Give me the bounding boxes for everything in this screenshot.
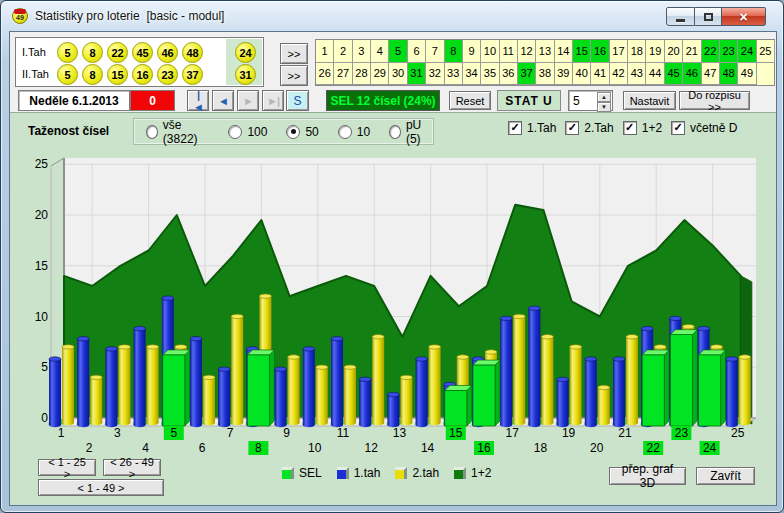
x-tick-label-12: 12 bbox=[365, 441, 379, 455]
transfer-row1-button[interactable]: >> bbox=[280, 43, 308, 64]
legend-item-12: 1+2 bbox=[454, 466, 491, 480]
grid-number-21[interactable]: 21 bbox=[683, 40, 701, 63]
grid-number-33[interactable]: 33 bbox=[445, 63, 463, 86]
x-tick-label-17: 17 bbox=[506, 426, 520, 440]
legend-item-sel: SEL bbox=[282, 466, 322, 480]
nastavit-button[interactable]: Nastavit bbox=[623, 91, 676, 110]
do-rozpisu-button[interactable]: Do rozpisu >> bbox=[679, 91, 750, 110]
grid-number-36[interactable]: 36 bbox=[500, 63, 518, 86]
y-tick-label: 0 bbox=[41, 411, 48, 425]
title-bar[interactable]: 49 Statistiky pro loterie [basic - modul… bbox=[1, 1, 783, 30]
grid-number-37[interactable]: 37 bbox=[518, 63, 536, 86]
grid-number-40[interactable]: 40 bbox=[573, 63, 591, 86]
grid-number-28[interactable]: 28 bbox=[353, 63, 371, 86]
grid-number-47[interactable]: 47 bbox=[702, 63, 720, 86]
grid-number-9[interactable]: 9 bbox=[463, 40, 481, 63]
close-button[interactable]: × bbox=[722, 7, 766, 26]
radio-option-0[interactable]: vše (3822) bbox=[146, 118, 209, 146]
grid-number-25[interactable]: 25 bbox=[757, 40, 775, 63]
grid-number-23[interactable]: 23 bbox=[720, 40, 738, 63]
radio-option-4[interactable]: pU (5) bbox=[389, 118, 433, 146]
grid-number-39[interactable]: 39 bbox=[555, 63, 573, 86]
radio-option-2[interactable]: 50 bbox=[286, 125, 318, 139]
legend-swatch-icon bbox=[282, 467, 294, 479]
legend-label: SEL bbox=[299, 466, 322, 480]
grid-number-22[interactable]: 22 bbox=[702, 40, 720, 63]
grid-number-26[interactable]: 26 bbox=[316, 63, 334, 86]
minimize-button[interactable] bbox=[666, 7, 695, 26]
nav-prev-icon: ◄ bbox=[218, 95, 228, 107]
transfer-row2-button[interactable]: >> bbox=[280, 65, 308, 86]
range-1-49-button[interactable]: < 1 - 49 > bbox=[38, 479, 164, 496]
grid-number-14[interactable]: 14 bbox=[555, 40, 573, 63]
toggle-3d-chart-button[interactable]: přep. graf 3D bbox=[609, 467, 686, 485]
client-area: I.Tah582245464824II.Tah581516233731 >> >… bbox=[9, 31, 777, 506]
s-button[interactable]: S bbox=[286, 90, 309, 111]
reset-button[interactable]: Reset bbox=[449, 91, 491, 110]
grid-number-12[interactable]: 12 bbox=[518, 40, 536, 63]
radio-option-3[interactable]: 10 bbox=[338, 125, 370, 139]
checkbox-option-2[interactable]: ✓1+2 bbox=[623, 121, 662, 135]
grid-number-1[interactable]: 1 bbox=[316, 40, 334, 63]
drawn-number-ball: 5 bbox=[57, 64, 78, 85]
grid-number-5[interactable]: 5 bbox=[389, 40, 407, 63]
x-tick-label-1: 1 bbox=[58, 426, 65, 440]
x-tick-label-13: 13 bbox=[393, 426, 407, 440]
grid-number-19[interactable]: 19 bbox=[646, 40, 664, 63]
tazenost-label: Taženost čísel bbox=[28, 124, 109, 138]
grid-number-27[interactable]: 27 bbox=[334, 63, 352, 86]
nav-first-icon: |◄ bbox=[193, 89, 203, 113]
nav-prev-button[interactable]: ◄ bbox=[212, 90, 234, 111]
grid-number-24[interactable]: 24 bbox=[738, 40, 756, 63]
radio-option-1[interactable]: 100 bbox=[228, 125, 267, 139]
grid-number-11[interactable]: 11 bbox=[500, 40, 518, 63]
grid-number-8[interactable]: 8 bbox=[445, 40, 463, 63]
grid-number-42[interactable]: 42 bbox=[610, 63, 628, 86]
grid-number-38[interactable]: 38 bbox=[536, 63, 554, 86]
range-26-49-button[interactable]: < 26 - 49 > bbox=[103, 459, 161, 476]
grid-number-17[interactable]: 17 bbox=[610, 40, 628, 63]
checkbox-option-1[interactable]: ✓2.Tah bbox=[565, 121, 613, 135]
minimize-icon bbox=[676, 19, 685, 22]
grid-number-34[interactable]: 34 bbox=[463, 63, 481, 86]
grid-number-43[interactable]: 43 bbox=[628, 63, 646, 86]
nav-last-button[interactable]: ►| bbox=[262, 90, 284, 111]
grid-number-29[interactable]: 29 bbox=[371, 63, 389, 86]
grid-number-48[interactable]: 48 bbox=[720, 63, 738, 86]
grid-number-49[interactable]: 49 bbox=[738, 63, 756, 86]
grid-number-35[interactable]: 35 bbox=[481, 63, 499, 86]
nav-next-button[interactable]: ► bbox=[237, 90, 259, 111]
grid-number-44[interactable]: 44 bbox=[646, 63, 664, 86]
checkbox-option-0[interactable]: ✓1.Tah bbox=[508, 121, 556, 135]
nav-first-button[interactable]: |◄ bbox=[187, 90, 209, 111]
grid-number-13[interactable]: 13 bbox=[536, 40, 554, 63]
grid-number-45[interactable]: 45 bbox=[665, 63, 683, 86]
grid-number-4[interactable]: 4 bbox=[371, 40, 389, 63]
grid-number-32[interactable]: 32 bbox=[426, 63, 444, 86]
radio-label: 10 bbox=[357, 125, 370, 139]
legend-item-1tah: 1.tah bbox=[337, 466, 381, 480]
grid-number-15[interactable]: 15 bbox=[573, 40, 591, 63]
legend-swatch-icon bbox=[395, 467, 407, 479]
grid-number-30[interactable]: 30 bbox=[389, 63, 407, 86]
checkbox-option-3[interactable]: ✓včetně D bbox=[671, 121, 737, 135]
maximize-button[interactable] bbox=[695, 7, 722, 26]
close-icon: × bbox=[739, 10, 747, 24]
grid-number-41[interactable]: 41 bbox=[591, 63, 609, 86]
grid-number-6[interactable]: 6 bbox=[408, 40, 426, 63]
grid-number-18[interactable]: 18 bbox=[628, 40, 646, 63]
grid-number-10[interactable]: 10 bbox=[481, 40, 499, 63]
range-1-25-button[interactable]: < 1 - 25 > bbox=[38, 459, 96, 476]
grid-number-2[interactable]: 2 bbox=[334, 40, 352, 63]
spinner-down-icon[interactable]: ▼ bbox=[597, 102, 611, 112]
radio-icon bbox=[338, 125, 352, 139]
spinner-up-icon[interactable]: ▲ bbox=[597, 92, 611, 102]
count-spinner[interactable]: 5 ▲ ▼ bbox=[568, 90, 613, 111]
grid-number-31[interactable]: 31 bbox=[408, 63, 426, 86]
grid-number-3[interactable]: 3 bbox=[353, 40, 371, 63]
grid-number-16[interactable]: 16 bbox=[591, 40, 609, 63]
grid-number-46[interactable]: 46 bbox=[683, 63, 701, 86]
grid-number-7[interactable]: 7 bbox=[426, 40, 444, 63]
close-dialog-button[interactable]: Zavřít bbox=[696, 467, 755, 485]
grid-number-20[interactable]: 20 bbox=[665, 40, 683, 63]
